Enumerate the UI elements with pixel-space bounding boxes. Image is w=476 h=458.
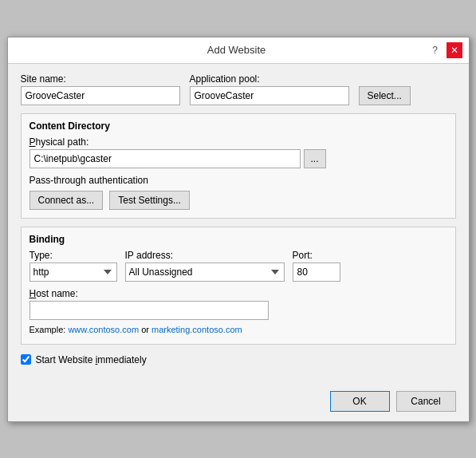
physical-path-group: Physical path: ...: [30, 136, 447, 175]
title-bar: Add Website ? ✕: [8, 38, 469, 64]
add-website-dialog: Add Website ? ✕ Site name: Application p…: [7, 37, 470, 422]
physical-path-input[interactable]: [30, 149, 301, 168]
connect-as-button[interactable]: Connect as...: [30, 191, 104, 210]
content-directory-title: Content Directory: [30, 120, 447, 132]
app-pool-group: Application pool:: [190, 73, 349, 105]
site-name-input[interactable]: [21, 86, 180, 105]
port-input[interactable]: [293, 263, 340, 282]
ip-select[interactable]: All Unassigned: [125, 263, 285, 282]
physical-path-label: Physical path:: [30, 136, 447, 148]
title-controls: ? ✕: [427, 42, 462, 58]
app-pool-input[interactable]: [190, 86, 349, 105]
passthrough-label: Pass-through authentication: [30, 175, 447, 186]
start-website-label[interactable]: Start Website immediately: [36, 354, 147, 365]
content-directory-section: Content Directory Physical path: ... Pas…: [21, 113, 456, 219]
example-link2: marketing.contoso.com: [151, 325, 242, 334]
app-pool-label: Application pool:: [190, 73, 349, 85]
close-button[interactable]: ✕: [446, 42, 462, 58]
cancel-button[interactable]: Cancel: [396, 391, 456, 412]
select-button[interactable]: Select...: [359, 86, 411, 105]
browse-button[interactable]: ...: [304, 149, 326, 168]
site-name-group: Site name:: [21, 73, 180, 105]
start-website-checkbox[interactable]: [21, 354, 31, 365]
ip-group: IP address: All Unassigned: [125, 250, 285, 282]
hostname-input[interactable]: [30, 301, 269, 320]
example-text: Example: www.contoso.com or marketing.co…: [30, 325, 447, 334]
port-label: Port:: [293, 250, 340, 261]
ok-button[interactable]: OK: [330, 391, 390, 412]
type-select[interactable]: http https: [30, 263, 117, 282]
start-website-row: Start Website immediately: [21, 354, 456, 365]
example-link1: www.contoso.com: [68, 325, 139, 334]
dialog-title: Add Website: [46, 44, 427, 56]
path-row: ...: [30, 149, 447, 168]
dialog-footer: OK Cancel: [8, 385, 469, 421]
port-group: Port:: [293, 250, 340, 282]
binding-section: Binding Type: http https IP address: All…: [21, 227, 456, 345]
type-group: Type: http https: [30, 250, 117, 282]
test-settings-button[interactable]: Test Settings...: [109, 191, 190, 210]
type-label: Type:: [30, 250, 117, 261]
auth-btn-row: Connect as... Test Settings...: [30, 191, 447, 210]
dialog-body: Site name: Application pool: Select... C…: [8, 64, 469, 385]
site-app-row: Site name: Application pool: Select...: [21, 73, 456, 105]
help-button[interactable]: ?: [427, 42, 443, 58]
hostname-label: Host name:: [30, 288, 78, 299]
hostname-row: Host name:: [30, 288, 447, 320]
binding-title: Binding: [30, 234, 447, 245]
ip-label: IP address:: [125, 250, 285, 261]
site-name-label: Site name:: [21, 73, 180, 85]
binding-row: Type: http https IP address: All Unassig…: [30, 250, 447, 282]
